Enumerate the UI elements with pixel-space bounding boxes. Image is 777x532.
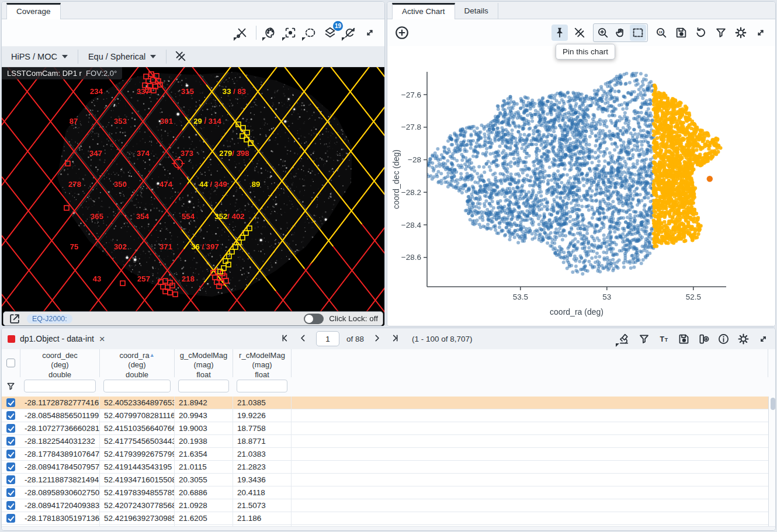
moc-cell-count: 365 xyxy=(91,212,103,221)
coverage-image[interactable]: 23433731533 / 838735330129 / 31434737437… xyxy=(2,67,384,326)
row-checkbox[interactable] xyxy=(6,398,15,407)
cell-coord_ra: 52.42196392730985 xyxy=(100,512,175,525)
image-title: LSSTComCam: DP1 r FOV:2.0° xyxy=(2,67,122,79)
cell-r_cModelMag: 20.4118 xyxy=(233,486,292,499)
expand-icon[interactable] xyxy=(755,331,771,347)
svg-text:−27.6: −27.6 xyxy=(401,91,421,99)
add-column-icon[interactable] xyxy=(695,331,712,347)
prev-page-button[interactable] xyxy=(296,332,310,346)
table-row[interactable]: -28.0854885650119952.40799708281116420.9… xyxy=(2,409,768,422)
filter-input-coord_dec[interactable] xyxy=(24,380,96,392)
svg-text:coord_ra (deg): coord_ra (deg) xyxy=(550,307,603,317)
expand-icon[interactable] xyxy=(752,25,769,41)
chevron-down-icon xyxy=(62,55,68,58)
save-icon[interactable] xyxy=(675,331,692,347)
open-new-icon[interactable] xyxy=(8,312,21,325)
coverage-panel: Coverage 19 HiPS / MOC Equ / Spherical 2… xyxy=(1,1,385,326)
table-row[interactable]: -28.1781830519713652.4219639273098521.62… xyxy=(2,512,768,525)
tab-details[interactable]: Details xyxy=(455,3,498,19)
cell-g_cModelMag: 20.1938 xyxy=(175,435,233,448)
cell-coord_dec: -28.089417204093838 xyxy=(20,499,100,512)
tab-active-chart[interactable]: Active Chart xyxy=(392,3,455,19)
horizontal-scrollbar[interactable] xyxy=(2,526,775,530)
filter-input-coord_ra[interactable] xyxy=(103,380,171,392)
row-checkbox[interactable] xyxy=(6,488,15,497)
cell-coord_dec: -28.12118873821494 xyxy=(20,474,100,486)
table-row[interactable]: -28.08941784507957452.419144354319521.01… xyxy=(2,461,768,474)
row-checkbox[interactable] xyxy=(6,514,15,523)
last-page-button[interactable] xyxy=(388,332,403,346)
row-checkbox[interactable] xyxy=(6,501,15,510)
row-checkbox[interactable] xyxy=(6,475,15,484)
gear-icon[interactable] xyxy=(735,331,751,347)
restore-icon[interactable] xyxy=(693,25,709,41)
palette-icon[interactable] xyxy=(262,25,279,41)
axes-off-icon[interactable] xyxy=(571,25,588,41)
cell-coord_ra: 52.41934716015508 xyxy=(100,474,175,486)
projection-dropdown[interactable]: Equ / Spherical xyxy=(82,52,162,61)
row-checkbox[interactable] xyxy=(6,424,15,433)
info-icon[interactable] xyxy=(715,331,731,347)
page-number-input[interactable] xyxy=(316,331,339,346)
fov-label: FOV:2.0° xyxy=(86,69,117,78)
vertical-scrollbar[interactable] xyxy=(768,397,776,527)
cell-coord_ra: 52.4191443543195 xyxy=(100,461,175,474)
axes-off-icon[interactable] xyxy=(172,48,189,65)
column-header-g_cModelMag[interactable]: g_cModelMag(mag)float xyxy=(175,349,233,377)
row-checkbox[interactable] xyxy=(6,450,15,458)
text-options-icon[interactable]: TT xyxy=(655,331,672,347)
hips-moc-dropdown[interactable]: HiPS / MOC xyxy=(5,52,74,61)
column-header-r_cModelMag[interactable]: r_cModelMag(mag)float xyxy=(233,349,292,377)
hips-moc-label: HiPS / MOC xyxy=(11,52,57,61)
table-row[interactable]: -28.1211887382149452.4193471601550820.30… xyxy=(2,474,768,486)
scrollbar-thumb[interactable] xyxy=(771,398,775,410)
table-row[interactable]: -28.17784389107647852.41793992675799521.… xyxy=(2,448,768,461)
cell-r_cModelMag: 18.8771 xyxy=(233,435,292,448)
row-checkbox[interactable] xyxy=(6,437,15,446)
filter-icon[interactable] xyxy=(636,331,652,347)
table-row[interactable]: -28.1172878277741652.4052336489765321.89… xyxy=(2,397,768,409)
hips-name: LSSTComCam: DP1 r xyxy=(7,69,82,78)
chart-axes: −27.6−27.8−28−28.2−28.4−28.653.55352.5co… xyxy=(387,46,775,326)
cell-coord_ra: 52.407997082811164 xyxy=(100,409,175,422)
layers-icon[interactable]: 19 xyxy=(322,25,338,41)
cell-coord_dec: -28.089589306027502 xyxy=(20,486,100,499)
first-page-button[interactable] xyxy=(278,332,292,346)
filter-icon[interactable] xyxy=(6,381,16,394)
pin-icon[interactable] xyxy=(551,25,568,41)
add-chart-icon[interactable] xyxy=(394,25,410,41)
filter-input-r_cModelMag[interactable] xyxy=(237,380,287,392)
next-page-button[interactable] xyxy=(370,332,384,346)
microscope-icon[interactable] xyxy=(616,331,632,347)
recenter-icon[interactable] xyxy=(282,25,299,41)
cell-r_cModelMag: 21.0383 xyxy=(233,448,292,461)
chart-area[interactable]: −27.6−27.8−28−28.2−28.4−28.653.55352.5co… xyxy=(387,46,775,326)
row-checkbox[interactable] xyxy=(6,411,15,420)
column-header-coord_dec[interactable]: coord_dec(deg)double xyxy=(20,349,100,377)
gear-icon[interactable] xyxy=(733,25,749,41)
moc-cell-count: 279/ 398 xyxy=(219,149,249,158)
close-icon[interactable]: × xyxy=(99,334,105,344)
table-row[interactable]: -28.08941720409383852.4207243077856821.0… xyxy=(2,499,768,512)
filter-icon[interactable] xyxy=(713,25,729,41)
expand-icon[interactable] xyxy=(362,25,378,41)
coverage-toolbar: 19 xyxy=(2,19,384,47)
readout-coord-pill[interactable]: EQ-J2000: xyxy=(27,314,72,324)
column-header-coord_ra[interactable]: coord_ra▲(deg)double xyxy=(100,349,175,377)
select-area-icon[interactable] xyxy=(630,25,646,41)
table-row[interactable]: -28.182254403123252.41775456503443620.19… xyxy=(2,435,768,448)
table-row[interactable]: -28.08958930602750252.4197839485578520.6… xyxy=(2,486,768,499)
cell-g_cModelMag: 21.8942 xyxy=(175,397,233,409)
save-icon[interactable] xyxy=(673,25,689,41)
tools-icon[interactable] xyxy=(234,25,250,41)
table-row[interactable]: -28.1072773666028152.4151035664076619.90… xyxy=(2,422,768,435)
filter-input-g_cModelMag[interactable] xyxy=(178,380,229,392)
tab-coverage[interactable]: Coverage xyxy=(6,3,61,19)
zoom-in-icon[interactable] xyxy=(595,25,611,41)
rotate-off-icon[interactable] xyxy=(342,25,358,41)
pan-icon[interactable] xyxy=(612,25,629,41)
click-lock-toggle[interactable] xyxy=(304,314,324,324)
zoom-1x-icon[interactable]: 1X xyxy=(653,25,670,41)
row-checkbox[interactable] xyxy=(6,463,15,471)
lasso-icon[interactable] xyxy=(302,25,318,41)
